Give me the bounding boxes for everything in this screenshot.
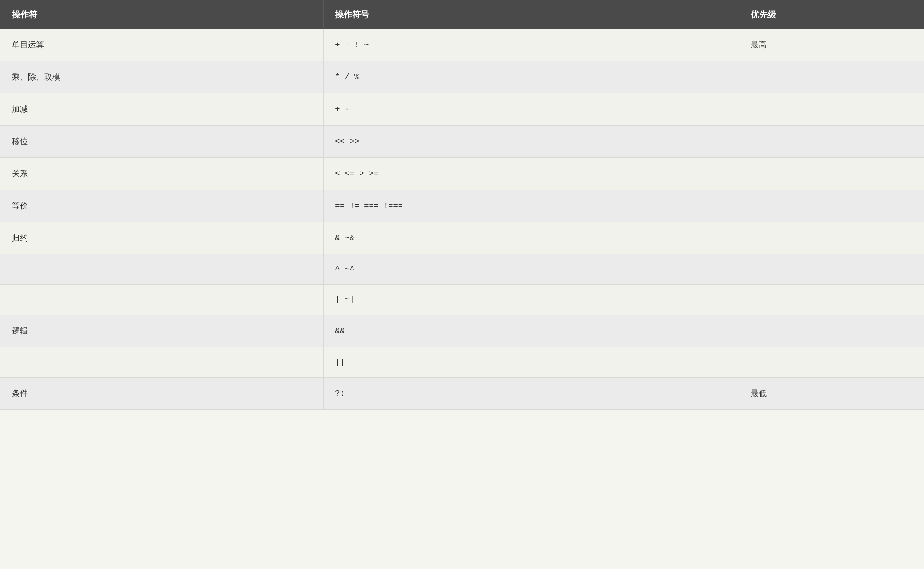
cell-symbol: * / % xyxy=(324,61,739,93)
table-row: 归约& ~& xyxy=(0,222,924,254)
cell-priority: 最低 xyxy=(739,378,924,410)
cell-priority xyxy=(739,347,924,378)
cell-priority xyxy=(739,315,924,347)
cell-priority xyxy=(739,93,924,126)
cell-operator: 条件 xyxy=(0,378,324,410)
cell-operator: 乘、除、取模 xyxy=(0,61,324,93)
table-row: 乘、除、取模* / % xyxy=(0,61,924,93)
table-row: 关系< <= > >= xyxy=(0,158,924,190)
table-row: 移位<< >> xyxy=(0,126,924,158)
cell-operator: 等价 xyxy=(0,190,324,222)
cell-priority xyxy=(739,285,924,315)
table-row: 加减+ - xyxy=(0,93,924,126)
cell-symbol: + - xyxy=(324,93,739,126)
cell-symbol: == != === !=== xyxy=(324,190,739,222)
cell-operator xyxy=(0,347,324,378)
cell-priority xyxy=(739,254,924,285)
cell-symbol: + - ! ~ xyxy=(324,29,739,61)
cell-priority xyxy=(739,222,924,254)
cell-symbol: & ~& xyxy=(324,222,739,254)
cell-priority xyxy=(739,158,924,190)
table-row: 条件?:最低 xyxy=(0,378,924,410)
cell-operator xyxy=(0,285,324,315)
table-row: 逻辑&& xyxy=(0,315,924,347)
cell-operator: 移位 xyxy=(0,126,324,158)
cell-operator xyxy=(0,254,324,285)
cell-symbol: ^ ~^ xyxy=(324,254,739,285)
table-row: 等价== != === !=== xyxy=(0,190,924,222)
table-row: | ~| xyxy=(0,285,924,315)
header-operator: 操作符 xyxy=(0,0,324,29)
cell-symbol: ?: xyxy=(324,378,739,410)
cell-priority xyxy=(739,126,924,158)
cell-symbol: | ~| xyxy=(324,285,739,315)
cell-symbol: || xyxy=(324,347,739,378)
table-row: || xyxy=(0,347,924,378)
cell-priority: 最高 xyxy=(739,29,924,61)
cell-symbol: < <= > >= xyxy=(324,158,739,190)
cell-priority xyxy=(739,190,924,222)
table-row: ^ ~^ xyxy=(0,254,924,285)
cell-symbol: << >> xyxy=(324,126,739,158)
table-row: 单目运算+ - ! ~最高 xyxy=(0,29,924,61)
cell-operator: 关系 xyxy=(0,158,324,190)
cell-operator: 归约 xyxy=(0,222,324,254)
cell-operator: 单目运算 xyxy=(0,29,324,61)
header-priority: 优先级 xyxy=(739,0,924,29)
table-header-row: 操作符 操作符号 优先级 xyxy=(0,0,924,29)
cell-operator: 逻辑 xyxy=(0,315,324,347)
cell-symbol: && xyxy=(324,315,739,347)
cell-operator: 加减 xyxy=(0,93,324,126)
cell-priority xyxy=(739,61,924,93)
operator-table: 操作符 操作符号 优先级 单目运算+ - ! ~最高乘、除、取模* / %加减+… xyxy=(0,0,924,410)
header-symbol: 操作符号 xyxy=(324,0,739,29)
